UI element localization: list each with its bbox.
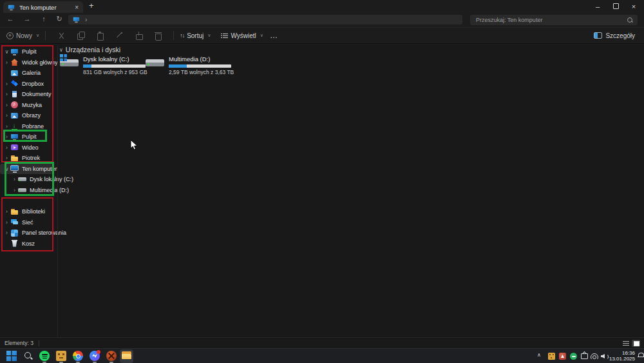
- chevron-right-icon[interactable]: ›: [3, 81, 10, 87]
- chevron-right-icon[interactable]: ›: [3, 208, 10, 215]
- chevron-right-icon[interactable]: ›: [3, 112, 10, 119]
- details-pane-button[interactable]: Szczegóły: [594, 32, 635, 39]
- sidebar-item-panel-sterowania[interactable]: › Panel sterowania: [0, 228, 57, 239]
- sidebar-item-dokumenty[interactable]: › Dokumenty: [0, 89, 57, 100]
- up-button[interactable]: ↑: [37, 15, 50, 23]
- chevron-right-icon[interactable]: ›: [3, 133, 10, 140]
- sidebar-item-siec[interactable]: › Sieć: [0, 217, 57, 228]
- tray-pixel-app-icon[interactable]: [548, 353, 555, 360]
- chevron-right-icon[interactable]: ›: [3, 144, 10, 151]
- desktop-icon: [10, 48, 19, 56]
- new-label: Nowy: [16, 32, 32, 39]
- search-input[interactable]: [470, 15, 629, 25]
- paste-button[interactable]: [96, 32, 104, 40]
- sidebar-item-wideo[interactable]: › Wideo: [0, 142, 57, 153]
- sidebar-item-widok-glowny[interactable]: › Widok główny: [0, 57, 57, 68]
- section-header-devices[interactable]: ∨ Urządzenia i dyski: [59, 46, 120, 54]
- share-button[interactable]: [135, 32, 143, 40]
- new-tab-button[interactable]: +: [89, 1, 94, 10]
- new-button[interactable]: + Nowy ∨: [6, 32, 39, 39]
- spotify-icon[interactable]: [39, 351, 50, 361]
- address-bar[interactable]: ›: [68, 15, 462, 25]
- refresh-button[interactable]: ↻: [53, 15, 66, 23]
- sidebar-item-piotrek[interactable]: › Piotrek: [0, 153, 57, 164]
- explorer-tab[interactable]: Ten komputer ×: [3, 1, 83, 13]
- dropbox-tray-icon[interactable]: [581, 353, 588, 359]
- chevron-right-icon[interactable]: ›: [3, 230, 10, 236]
- close-button[interactable]: ×: [623, 0, 644, 12]
- wifi-icon[interactable]: [591, 353, 598, 359]
- hard-drive-icon: [18, 175, 26, 184]
- home-icon: [10, 58, 19, 66]
- tab-close-icon[interactable]: ×: [75, 4, 79, 11]
- sidebar-item-dysk-lokalny-c[interactable]: › Dysk lokalny (C:): [0, 174, 57, 185]
- drive-tile-d[interactable]: Multimedia (D:) 2,59 TB wolnych z 3,63 T…: [146, 55, 231, 75]
- sidebar-item-multimedia-d[interactable]: › Multimedia (D:): [0, 185, 57, 196]
- start-button-windows-icon[interactable]: [6, 351, 17, 361]
- tray-green-app-icon[interactable]: [570, 353, 577, 360]
- view-button[interactable]: Wyświetl ∨: [221, 32, 263, 39]
- chrome-icon[interactable]: [73, 351, 83, 361]
- libraries-icon: [10, 208, 19, 216]
- drive-free-space: 831 GB wolnych z 953 GB: [83, 69, 147, 75]
- sidebar-item-label: Dokumenty: [22, 91, 52, 97]
- notification-bell-icon[interactable]: [638, 353, 643, 358]
- large-icons-view-toggle[interactable]: [632, 340, 640, 347]
- taskbar-clock[interactable]: 16:36 13.01.2025: [608, 351, 635, 362]
- control-panel-icon: [10, 229, 19, 237]
- sidebar-item-label: Multimedia (D:): [30, 187, 69, 193]
- drive-tile-c[interactable]: Dysk lokalny (C:) 831 GB wolnych z 953 G…: [60, 55, 145, 75]
- search-icon[interactable]: [627, 17, 632, 23]
- sidebar-item-dropbox[interactable]: › Dropbox: [0, 79, 57, 90]
- sidebar-item-muzyka[interactable]: › Muzyka: [0, 100, 57, 111]
- sidebar-item-biblioteki[interactable]: › Biblioteki: [0, 206, 57, 217]
- sort-label: Sortuj: [187, 32, 204, 39]
- chevron-down-icon[interactable]: ∨: [3, 166, 10, 172]
- cut-button[interactable]: [57, 32, 66, 40]
- rename-button[interactable]: [115, 32, 124, 40]
- sidebar-item-galeria[interactable]: Galeria: [0, 68, 57, 79]
- sidebar-item-pulpit-root[interactable]: ∨ Pulpit: [0, 46, 57, 57]
- copy-button[interactable]: [77, 32, 85, 40]
- this-pc-icon: [8, 3, 15, 10]
- chevron-right-icon[interactable]: ›: [3, 102, 10, 108]
- sidebar-item-label: Biblioteki: [22, 208, 45, 215]
- pictures-icon: [10, 112, 19, 120]
- game-app-icon[interactable]: [106, 351, 117, 361]
- volume-icon[interactable]: [601, 353, 608, 359]
- chevron-down-icon: ∨: [207, 33, 211, 38]
- chevron-right-icon[interactable]: ›: [3, 123, 10, 130]
- chevron-down-icon[interactable]: ∨: [3, 48, 10, 55]
- forward-button[interactable]: →: [21, 15, 33, 23]
- sidebar-item-kosz[interactable]: Kosz: [0, 239, 57, 250]
- chevron-right-icon[interactable]: ›: [3, 155, 10, 161]
- more-options-button[interactable]: …: [270, 31, 278, 40]
- maximize-button[interactable]: [607, 0, 625, 12]
- search-box[interactable]: [470, 15, 638, 25]
- file-explorer-icon[interactable]: [122, 351, 132, 360]
- pixel-app-icon[interactable]: [56, 351, 66, 361]
- sidebar-item-pulpit[interactable]: › Pulpit: [0, 132, 57, 142]
- section-collapse-chevron-icon[interactable]: ∨: [59, 47, 63, 53]
- chevron-right-icon[interactable]: ›: [11, 187, 18, 193]
- chevron-right-icon[interactable]: ›: [3, 91, 10, 97]
- capacity-bar-fill: [83, 64, 91, 68]
- sidebar-item-label: Panel sterowania: [22, 230, 66, 236]
- chevron-right-icon[interactable]: ›: [3, 219, 10, 226]
- chevron-right-icon[interactable]: ›: [11, 176, 18, 182]
- minimize-button[interactable]: –: [589, 0, 607, 12]
- sidebar-item-pobrane[interactable]: › Pobrane: [0, 121, 57, 132]
- music-icon: [10, 101, 19, 109]
- sidebar-item-obrazy[interactable]: › Obrazy: [0, 110, 57, 121]
- chevron-right-icon[interactable]: ›: [3, 59, 10, 66]
- tray-red-app-icon[interactable]: [559, 353, 566, 360]
- sidebar-item-ten-komputer[interactable]: ∨ Ten komputer: [0, 164, 54, 175]
- back-button[interactable]: ←: [4, 15, 17, 23]
- delete-button[interactable]: [154, 32, 162, 40]
- chevron-down-icon: ∨: [260, 33, 263, 38]
- messenger-icon[interactable]: [90, 351, 100, 361]
- sort-button[interactable]: ↑↓ Sortuj ∨: [180, 32, 211, 39]
- tray-expand-chevron-icon[interactable]: ∧: [537, 352, 541, 358]
- taskbar-search-icon[interactable]: [23, 351, 33, 361]
- details-view-toggle[interactable]: [622, 340, 630, 346]
